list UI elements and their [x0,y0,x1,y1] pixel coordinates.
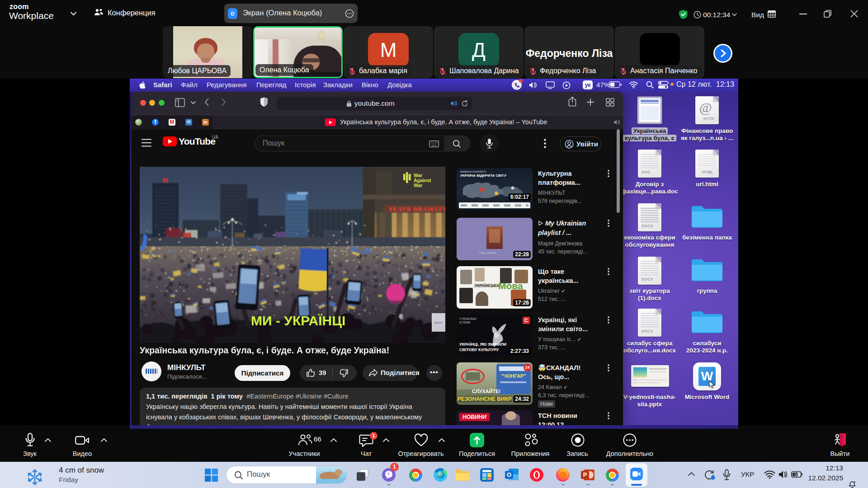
svg-text:War: War [414,183,422,188]
svg-text:z: z [854,480,856,483]
svg-text:M: M [163,176,169,184]
svg-text:МИ - УКРАЇНЦІ: МИ - УКРАЇНЦІ [251,313,345,328]
svg-text:МНСН: МНСН [434,321,443,324]
